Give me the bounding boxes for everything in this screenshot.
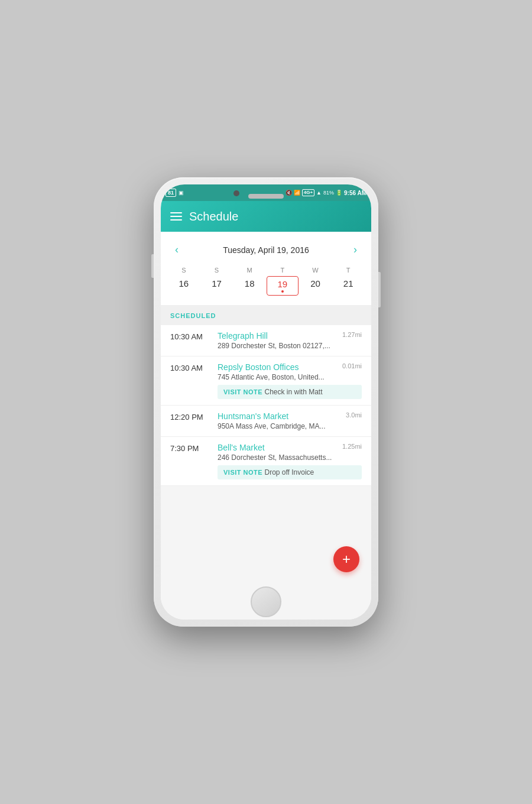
speaker <box>248 194 284 199</box>
day-20[interactable]: 20 <box>300 276 332 296</box>
calendar-date: Tuesday, April 19, 2016 <box>223 245 309 255</box>
item-distance-1: 1.27mi <box>342 331 362 338</box>
item-time-4: 7:30 PM <box>170 443 210 453</box>
day-header-t1: T <box>267 265 299 275</box>
item-address-1: 289 Dorchester St, Boston 02127,... <box>218 342 362 350</box>
status-time: 9:56 AM <box>344 190 366 196</box>
item-name-2: Repsly Boston Offices <box>218 362 299 372</box>
menu-line-2 <box>170 216 182 217</box>
app-screen: 81 ▣ 🔇 📶 4G+ ▲ 81% 🔋 9:56 AM <box>161 184 371 620</box>
schedule-section: SCHEDULED 10:30 AM Telegraph Hill 1.27mi… <box>161 305 371 620</box>
item-details-2: Repsly Boston Offices 0.01mi 745 Atlanti… <box>218 362 362 399</box>
mute-icon: 🔇 <box>286 190 292 196</box>
signal-icon: ▲ <box>316 190 322 196</box>
item-details-4: Bell's Market 1.25mi 246 Dorchester St, … <box>218 443 362 479</box>
item-distance-4: 1.25mi <box>342 443 362 450</box>
add-button[interactable]: + <box>333 546 359 572</box>
visit-note-2: VISIT NOTE Check in with Matt <box>218 385 362 399</box>
app-title: Schedule <box>189 210 238 223</box>
item-address-2: 745 Atlantic Ave, Boston, United... <box>218 373 362 381</box>
phone-screen: 81 ▣ 🔇 📶 4G+ ▲ 81% 🔋 9:56 AM <box>161 184 371 620</box>
item-name-4: Bell's Market <box>218 443 265 452</box>
item-details-1: Telegraph Hill 1.27mi 289 Dorchester St,… <box>218 331 362 350</box>
item-time-2: 10:30 AM <box>170 362 210 372</box>
item-name-row-4: Bell's Market 1.25mi <box>218 443 362 452</box>
list-item[interactable]: 10:30 AM Repsly Boston Offices 0.01mi 74… <box>161 356 371 406</box>
day-19[interactable]: 19 <box>267 276 299 296</box>
today-dot <box>281 290 284 293</box>
visit-note-4: VISIT NOTE Drop off Invoice <box>218 465 362 479</box>
visit-note-label-4: VISIT NOTE <box>223 469 262 476</box>
day-header-s1: S <box>168 265 200 275</box>
day-header-t2: T <box>332 265 364 275</box>
item-address-3: 950A Mass Ave, Cambridge, MA... <box>218 422 362 430</box>
day-header-m: M <box>233 265 265 275</box>
item-distance-2: 0.01mi <box>342 362 362 369</box>
item-row-1: 10:30 AM Telegraph Hill 1.27mi 289 Dorch… <box>170 331 362 350</box>
calendar-section: ‹ Tuesday, April 19, 2016 › S S M T W T … <box>161 232 371 305</box>
section-label: SCHEDULED <box>170 312 216 319</box>
item-name-row-1: Telegraph Hill 1.27mi <box>218 331 362 341</box>
volume-button <box>151 254 154 278</box>
power-button <box>378 272 381 307</box>
status-left: 81 ▣ <box>166 189 184 197</box>
item-distance-3: 3.0mi <box>346 411 362 419</box>
item-details-3: Huntsman's Market 3.0mi 950A Mass Ave, C… <box>218 411 362 430</box>
visit-note-text-2: Check in with Matt <box>264 388 322 396</box>
wifi-icon: 📶 <box>294 190 300 196</box>
lte-badge: 4G+ <box>302 189 314 196</box>
menu-button[interactable] <box>170 212 182 221</box>
list-item[interactable]: 12:20 PM Huntsman's Market 3.0mi 950A Ma… <box>161 406 371 437</box>
item-name-row-3: Huntsman's Market 3.0mi <box>218 411 362 421</box>
day-21[interactable]: 21 <box>332 276 364 296</box>
calendar-nav: ‹ Tuesday, April 19, 2016 › <box>168 236 364 263</box>
item-row-2: 10:30 AM Repsly Boston Offices 0.01mi 74… <box>170 362 362 399</box>
item-row-3: 12:20 PM Huntsman's Market 3.0mi 950A Ma… <box>170 411 362 430</box>
home-button[interactable] <box>251 586 281 617</box>
calendar-grid: S S M T W T 16 17 18 19 20 21 <box>168 263 364 300</box>
item-name-1: Telegraph Hill <box>218 331 268 341</box>
notification-badge: 81 <box>166 189 176 197</box>
day-17[interactable]: 17 <box>201 276 233 296</box>
next-arrow[interactable]: › <box>349 241 362 258</box>
schedule-header: SCHEDULED <box>161 305 371 325</box>
menu-line-3 <box>170 219 182 221</box>
camera <box>233 190 239 196</box>
day-header-s2: S <box>201 265 233 275</box>
sim-icon: ▣ <box>179 190 184 196</box>
visit-note-label-2: VISIT NOTE <box>223 388 262 395</box>
item-name-3: Huntsman's Market <box>218 411 288 421</box>
day-18[interactable]: 18 <box>233 276 265 296</box>
app-bar: Schedule <box>161 201 371 232</box>
list-item[interactable]: 10:30 AM Telegraph Hill 1.27mi 289 Dorch… <box>161 325 371 356</box>
item-time-1: 10:30 AM <box>170 331 210 341</box>
day-16[interactable]: 16 <box>168 276 200 296</box>
status-icons: 🔇 📶 4G+ ▲ 81% 🔋 9:56 AM <box>286 189 366 196</box>
item-row-4: 7:30 PM Bell's Market 1.25mi 246 Dorches… <box>170 443 362 479</box>
item-address-4: 246 Dorchester St, Massachusetts... <box>218 453 362 462</box>
menu-line-1 <box>170 212 182 213</box>
battery-icon: 🔋 <box>336 190 342 196</box>
list-item[interactable]: 7:30 PM Bell's Market 1.25mi 246 Dorches… <box>161 437 371 486</box>
phone-frame: 81 ▣ 🔇 📶 4G+ ▲ 81% 🔋 9:56 AM <box>154 177 378 627</box>
prev-arrow[interactable]: ‹ <box>170 241 183 258</box>
visit-note-text-4: Drop off Invoice <box>264 468 314 476</box>
battery-pct: 81% <box>323 190 334 196</box>
item-time-3: 12:20 PM <box>170 411 210 422</box>
day-header-w: W <box>300 265 332 275</box>
item-name-row-2: Repsly Boston Offices 0.01mi <box>218 362 362 372</box>
